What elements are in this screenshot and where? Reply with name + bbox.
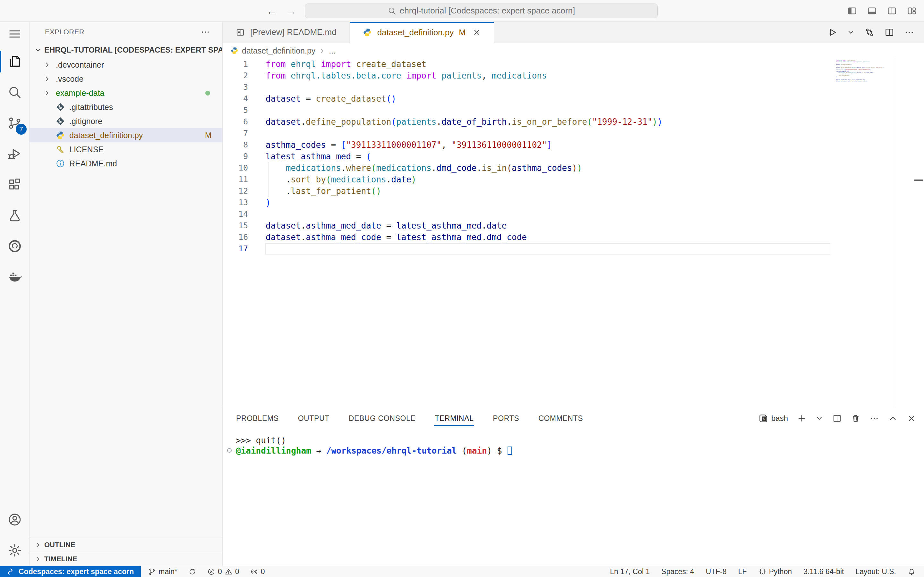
terminal-shell-selector[interactable]: $bash: [758, 414, 788, 423]
tab-close-button[interactable]: [473, 28, 481, 37]
terminal-dropdown-button[interactable]: [816, 414, 823, 422]
panel-tab-output[interactable]: OUTPUT: [297, 410, 330, 427]
code-line-8[interactable]: 8asthma_codes = ["39113311000001107", "3…: [223, 139, 924, 151]
panel-tab-comments[interactable]: COMMENTS: [538, 410, 583, 427]
explorer-view[interactable]: [0, 46, 29, 77]
warning-icon: [225, 568, 233, 576]
code-line-11[interactable]: 11 .sort_by(medications.date): [223, 174, 924, 185]
panel-tab-debug-console[interactable]: DEBUG CONSOLE: [348, 410, 416, 427]
accounts-button[interactable]: [0, 504, 29, 535]
code-line-17[interactable]: 17: [223, 243, 924, 255]
account-icon: [7, 512, 22, 527]
code-editor[interactable]: 1from ehrql import create_dataset2from e…: [223, 58, 924, 407]
source-control-view[interactable]: 7: [0, 108, 29, 139]
maximize-panel-button[interactable]: [888, 414, 898, 423]
menu-button[interactable]: [0, 22, 29, 46]
cursor-position-status[interactable]: Ln 17, Col 1: [610, 567, 650, 576]
kill-terminal-button[interactable]: [851, 414, 861, 423]
new-terminal-button[interactable]: [797, 414, 806, 423]
breadcrumb-symbol[interactable]: ...: [329, 46, 336, 55]
docker-view[interactable]: [0, 261, 29, 292]
customize-layout-button[interactable]: [907, 6, 917, 16]
run-python-file-button[interactable]: [827, 27, 837, 37]
remote-indicator[interactable]: Codespaces: expert space acorn: [0, 566, 141, 577]
command-decoration[interactable]: [227, 448, 232, 453]
extensions-view[interactable]: [0, 169, 29, 200]
code-line-5[interactable]: 5: [223, 105, 924, 116]
code-line-3[interactable]: 3: [223, 81, 924, 93]
command-center[interactable]: ehrql-tutorial [Codespaces: expert space…: [305, 3, 658, 18]
file-tree-item-example-data[interactable]: example-data: [29, 86, 222, 100]
panel-tab-problems[interactable]: PROBLEMS: [236, 410, 279, 427]
code-line-14[interactable]: 14: [223, 208, 924, 220]
code-line-13[interactable]: 13): [223, 197, 924, 208]
python-icon: [230, 47, 239, 55]
toggle-sidebar-button[interactable]: [847, 6, 857, 16]
minimap[interactable]: 1from ehrql import create_dataset2from e…: [836, 60, 884, 156]
branch-icon: [148, 568, 156, 576]
workspace-folder-header[interactable]: EHRQL-TUTORIAL [CODESPACES: EXPERT SPA..…: [29, 42, 222, 58]
run-debug-view[interactable]: [0, 139, 29, 169]
split-editor-button[interactable]: [884, 27, 895, 37]
toggle-panel-button[interactable]: [867, 6, 877, 16]
terminal[interactable]: >>> quit()@iaindillingham → /workspaces/…: [223, 430, 924, 566]
code-line-15[interactable]: 15dataset.asthma_med_date = latest_asthm…: [223, 220, 924, 231]
file-tree-item-readme-md[interactable]: README.md: [29, 156, 222, 171]
sync-status[interactable]: [188, 568, 196, 576]
toggle-secondary-sidebar-button[interactable]: [887, 6, 897, 16]
code-line-6[interactable]: 6dataset.define_population(patients.date…: [223, 116, 924, 127]
file-tree-item--gitattributes[interactable]: .gitattributes: [29, 100, 222, 114]
back-button[interactable]: ←: [266, 5, 277, 16]
settings-button[interactable]: [0, 535, 29, 566]
open-changes-button[interactable]: [864, 27, 875, 37]
file-tree-item-dataset-definition-py[interactable]: dataset_definition.pyM: [29, 128, 222, 142]
branch-status[interactable]: main*: [148, 567, 178, 576]
eol-status[interactable]: LF: [738, 567, 747, 576]
breadcrumb[interactable]: dataset_definition.py...: [223, 43, 924, 58]
workbench: 7 EXPLORER EHRQL-TUTORIAL [CODESPACES: E…: [0, 22, 924, 566]
shell-name: bash: [771, 414, 788, 423]
github-view[interactable]: [0, 231, 29, 261]
editor-more-actions-button[interactable]: [904, 27, 914, 37]
code-line-16[interactable]: 16dataset.asthma_med_code = latest_asthm…: [223, 231, 924, 243]
code-line-12[interactable]: 12 .last_for_patient(): [223, 185, 924, 197]
interpreter-status[interactable]: 3.11.6 64-bit: [803, 567, 844, 576]
problems-status[interactable]: 00: [207, 567, 239, 576]
notifications-button[interactable]: [908, 568, 916, 576]
editor-tab--preview-readme-md[interactable]: [Preview] README.md: [223, 22, 350, 43]
file-tree-item--devcontainer[interactable]: .devcontainer: [29, 58, 222, 72]
search-view[interactable]: [0, 77, 29, 108]
encoding-status[interactable]: UTF-8: [706, 567, 727, 576]
file-name: .devcontainer: [56, 60, 104, 69]
git-icon: [55, 116, 65, 126]
language-mode-status[interactable]: Python: [758, 567, 792, 576]
panel-more-actions-button[interactable]: [869, 414, 879, 423]
sidebar-section-outline[interactable]: OUTLINE: [29, 538, 222, 552]
sidebar-section-timeline[interactable]: TIMELINE: [29, 552, 222, 566]
code-line-7[interactable]: 7: [223, 127, 924, 139]
close-panel-button[interactable]: [907, 414, 916, 423]
code-line-4[interactable]: 4dataset = create_dataset(): [223, 93, 924, 105]
testing-view[interactable]: [0, 200, 29, 231]
file-tree-item-license[interactable]: LICENSE: [29, 142, 222, 156]
breadcrumb-file[interactable]: dataset_definition.py: [242, 46, 315, 55]
keyboard-layout-status[interactable]: Layout: U.S.: [855, 567, 896, 576]
explorer-more-actions-button[interactable]: [200, 27, 210, 37]
code-line-9[interactable]: 9latest_asthma_med = (: [223, 151, 924, 162]
indentation-status[interactable]: Spaces: 4: [661, 567, 694, 576]
panel-tab-terminal[interactable]: TERMINAL: [434, 410, 474, 427]
section-label: OUTLINE: [44, 541, 75, 549]
editor-tab-dataset-definition-py[interactable]: dataset_definition.pyM: [350, 22, 494, 43]
code-line-2[interactable]: 2from ehrql.tables.beta.core import pati…: [223, 70, 924, 81]
ports-status[interactable]: 0: [250, 567, 265, 576]
forward-button[interactable]: →: [286, 5, 296, 16]
code-line-10[interactable]: 10 medications.where(medications.dmd_cod…: [223, 162, 924, 174]
python-icon: [363, 27, 372, 37]
bottom-panel: PROBLEMSOUTPUTDEBUG CONSOLETERMINALPORTS…: [223, 407, 924, 566]
file-tree-item--vscode[interactable]: .vscode: [29, 72, 222, 86]
run-dropdown-button[interactable]: [847, 29, 855, 36]
panel-tab-ports[interactable]: PORTS: [492, 410, 520, 427]
file-tree-item--gitignore[interactable]: .gitignore: [29, 114, 222, 128]
code-line-1[interactable]: 1from ehrql import create_dataset: [223, 58, 924, 70]
split-terminal-button[interactable]: [832, 414, 842, 423]
